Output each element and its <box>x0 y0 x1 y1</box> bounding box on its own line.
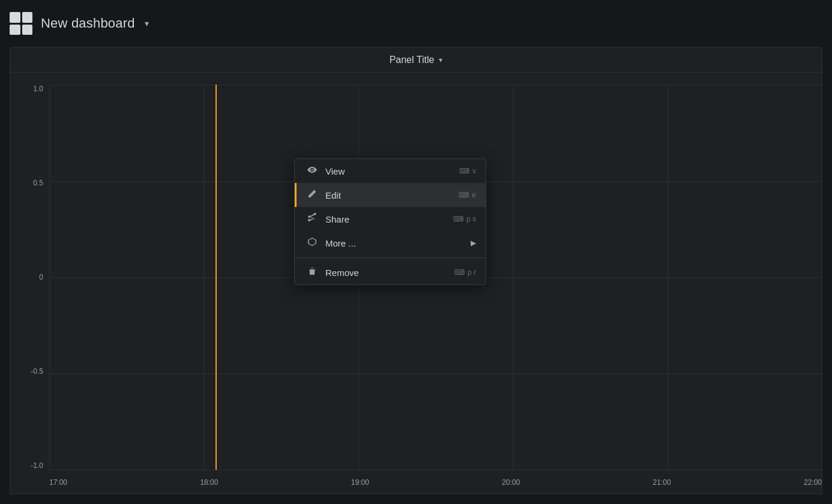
grid-h-1 <box>49 85 822 85</box>
grid-v-5 <box>668 85 668 470</box>
grid-v-1 <box>49 85 50 470</box>
grid-v-4 <box>513 85 513 470</box>
app-logo <box>10 12 32 35</box>
keyboard-icon-share: ⌨ <box>453 215 463 223</box>
logo-cell-4 <box>22 25 33 35</box>
menu-edit-label: Edit <box>325 190 451 200</box>
x-label-5: 21:00 <box>653 478 671 487</box>
y-label-4: -0.5 <box>31 367 43 376</box>
dashboard-title-caret[interactable]: ▾ <box>145 19 149 28</box>
y-label-3: 0 <box>39 273 43 281</box>
time-indicator-line <box>216 85 217 470</box>
menu-item-more[interactable]: More ... ▶ <box>295 231 486 255</box>
edit-icon <box>306 189 318 201</box>
menu-view-shortcut: ⌨ v <box>459 167 476 175</box>
x-label-6: 22:00 <box>804 478 822 487</box>
menu-view-label: View <box>325 166 452 176</box>
header: New dashboard ▾ <box>0 0 832 47</box>
share-icon <box>306 213 318 225</box>
grid-v-2 <box>203 85 204 470</box>
menu-remove-label: Remove <box>325 268 447 278</box>
keyboard-icon-remove: ⌨ <box>454 268 465 277</box>
view-icon <box>306 165 318 177</box>
x-label-2: 18:00 <box>200 478 218 487</box>
more-arrow-icon: ▶ <box>471 239 476 247</box>
menu-edit-shortcut: ⌨ e <box>459 191 476 199</box>
menu-more-label: More ... <box>325 238 463 248</box>
x-label-4: 20:00 <box>502 478 520 487</box>
grid-h-4 <box>49 374 822 374</box>
menu-remove-shortcut: ⌨ p r <box>454 268 476 277</box>
logo-cell-1 <box>10 12 20 23</box>
y-axis: 1.0 0.5 0 -0.5 -1.0 <box>10 85 49 470</box>
dashboard-title: New dashboard <box>41 16 135 31</box>
panel-title-button[interactable]: Panel Title ▾ <box>384 52 449 68</box>
menu-item-view[interactable]: View ⌨ v <box>295 159 486 183</box>
panel-title-text: Panel Title <box>390 55 435 65</box>
y-label-1: 1.0 <box>33 85 43 93</box>
panel-header: Panel Title ▾ <box>10 47 822 73</box>
y-label-5: -1.0 <box>31 461 43 470</box>
x-label-1: 17:00 <box>49 478 67 487</box>
menu-divider <box>295 257 486 258</box>
menu-item-remove[interactable]: Remove ⌨ p r <box>295 260 486 284</box>
more-icon <box>306 237 318 249</box>
keyboard-icon-edit: ⌨ <box>459 191 469 199</box>
y-label-2: 0.5 <box>33 179 43 187</box>
panel-context-menu: View ⌨ v Edit ⌨ e Share ⌨ p s <box>294 158 486 285</box>
menu-item-share[interactable]: Share ⌨ p s <box>295 207 486 231</box>
menu-item-edit[interactable]: Edit ⌨ e <box>295 183 486 207</box>
panel-title-caret: ▾ <box>439 56 442 64</box>
logo-cell-2 <box>22 12 33 23</box>
menu-share-label: Share <box>325 214 446 224</box>
grid-v-6 <box>822 85 822 470</box>
keyboard-icon: ⌨ <box>459 167 469 175</box>
logo-cell-3 <box>10 25 20 35</box>
x-label-3: 19:00 <box>351 478 369 487</box>
menu-share-shortcut: ⌨ p s <box>453 215 476 223</box>
panel-container: Panel Title ▾ 1.0 0.5 0 <box>10 47 822 494</box>
grid-h-5 <box>49 470 822 470</box>
x-axis: 17:00 18:00 19:00 20:00 21:00 22:00 <box>49 471 822 494</box>
trash-icon <box>306 266 318 278</box>
